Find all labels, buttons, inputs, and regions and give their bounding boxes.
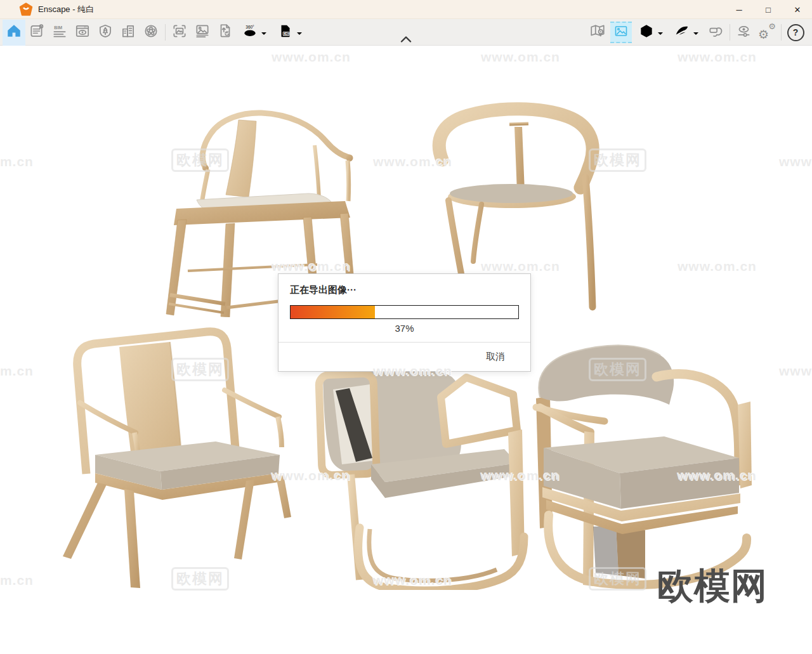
toolbar-divider <box>165 24 166 41</box>
help-button[interactable]: ? <box>784 20 807 45</box>
standalone-exe-button[interactable]: EXE <box>272 20 308 45</box>
map-pin-icon <box>589 23 606 42</box>
svg-text:EXE: EXE <box>283 32 290 36</box>
buildings-button[interactable] <box>117 20 140 45</box>
home-icon <box>6 23 22 42</box>
wing-icon <box>674 23 690 42</box>
progress-fill <box>291 306 375 318</box>
render-image-icon <box>194 23 211 42</box>
export-image-icon <box>217 23 233 42</box>
minimize-button[interactable]: ─ <box>724 0 754 19</box>
toolbar-divider <box>781 24 782 41</box>
wind-button[interactable] <box>669 20 704 45</box>
panorama-360-icon: 360° <box>242 23 258 42</box>
chevron-up-icon <box>400 34 412 45</box>
toolbar-divider <box>730 24 730 41</box>
export-image-button[interactable] <box>214 20 237 45</box>
film-reel-icon <box>143 23 159 42</box>
video-editor-button[interactable] <box>140 20 162 45</box>
chair-render-lounge-armchair <box>57 327 314 590</box>
bim-icon: BIM <box>51 23 68 42</box>
maximize-button[interactable]: □ <box>754 0 783 19</box>
render-window-icon <box>74 23 91 42</box>
progress-percent-label: 37% <box>278 323 530 334</box>
help-icon: ? <box>787 24 804 41</box>
asset-library-button[interactable] <box>94 20 117 45</box>
screenshot-button[interactable] <box>168 20 191 45</box>
visual-settings-button[interactable] <box>733 20 756 45</box>
chair-render-cantilever-chair <box>314 368 530 590</box>
notes-button[interactable] <box>25 20 48 45</box>
cancel-button[interactable]: 取消 <box>482 350 509 363</box>
home-button[interactable] <box>3 20 25 46</box>
asset-library-icon <box>97 23 114 42</box>
notes-icon <box>29 23 45 42</box>
render-window-button[interactable] <box>71 20 94 45</box>
bim-button[interactable]: BIM <box>48 20 71 45</box>
render-viewport[interactable]: 正在导出图像··· 37% 取消 <box>0 46 812 654</box>
settings-button[interactable]: ⚙⚙ <box>756 20 778 45</box>
window-title: Enscape - 纯白 <box>38 4 94 15</box>
eye-slider-icon <box>736 23 752 42</box>
gears-icon: ⚙⚙ <box>759 24 775 41</box>
vr-headset-icon <box>707 23 724 42</box>
dialog-title: 正在导出图像··· <box>290 284 357 296</box>
title-bar: Enscape - 纯白 ─ □ ✕ <box>0 0 812 19</box>
chair-render-barrel-armchair <box>530 336 755 593</box>
enscape-logo-icon <box>19 3 33 16</box>
exe-file-icon: EXE <box>277 23 294 42</box>
dialog-footer: 取消 <box>278 342 530 371</box>
export-progress-dialog: 正在导出图像··· 37% 取消 <box>278 273 531 372</box>
progress-bar <box>290 305 519 319</box>
toolbar-collapse-button[interactable] <box>396 33 416 46</box>
mini-map-button[interactable] <box>586 20 609 45</box>
panorama-360-button[interactable]: 360° <box>237 20 272 45</box>
chevron-down-icon[interactable] <box>693 27 699 38</box>
close-button[interactable]: ✕ <box>783 0 812 19</box>
chevron-down-icon[interactable] <box>261 27 267 38</box>
vr-headset-button[interactable] <box>704 20 727 45</box>
gallery-button[interactable] <box>610 22 632 43</box>
screenshot-icon <box>171 23 188 42</box>
gallery-image-icon <box>613 23 629 41</box>
chevron-down-icon[interactable] <box>657 27 664 38</box>
render-image-button[interactable] <box>191 20 214 45</box>
svg-text:360°: 360° <box>246 25 254 29</box>
enscape-window: Enscape - 纯白 ─ □ ✕ <box>0 0 812 654</box>
geometry-mode-button[interactable] <box>633 20 669 45</box>
buildings-icon <box>120 23 136 42</box>
chevron-down-icon[interactable] <box>296 27 303 38</box>
cube-3d-icon <box>638 23 655 42</box>
svg-text:BIM: BIM <box>54 25 62 30</box>
